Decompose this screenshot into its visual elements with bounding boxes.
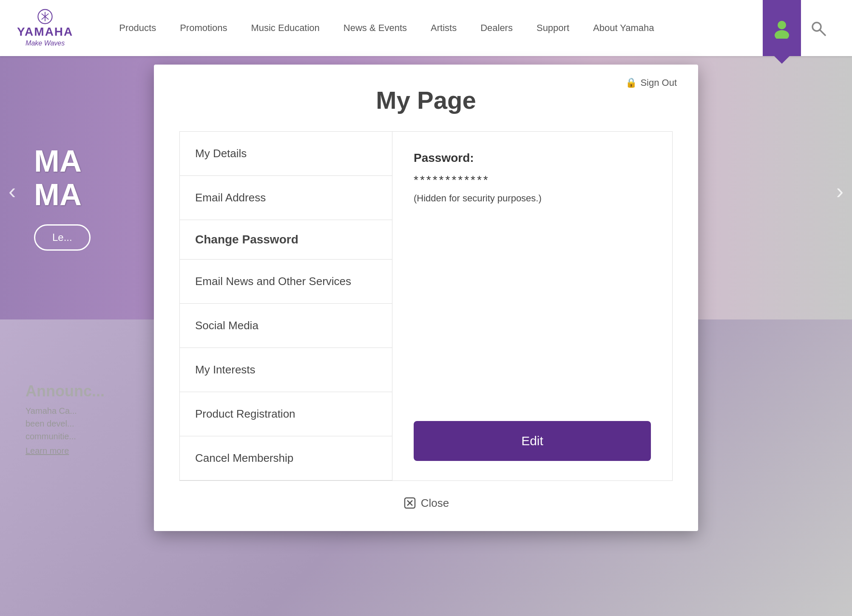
sidebar-item-change-password[interactable]: Change Password — [180, 220, 392, 260]
logo-brand-name: YAMAHA — [17, 25, 73, 39]
edit-button[interactable]: Edit — [414, 421, 651, 461]
site-header: YAMAHA Make Waves Products Promotions Mu… — [0, 0, 852, 56]
modal-title: My Page — [179, 86, 673, 114]
modal-backdrop: 🔒 Sign Out My Page My Details Email Addr… — [0, 56, 852, 616]
nav-item-promotions[interactable]: Promotions — [168, 0, 239, 56]
nav-item-news-events[interactable]: News & Events — [332, 0, 419, 56]
main-nav: Products Promotions Music Education News… — [107, 0, 763, 56]
password-hint: (Hidden for security purposes.) — [414, 193, 651, 204]
search-icon — [809, 20, 826, 37]
search-button[interactable] — [801, 0, 835, 56]
password-content-area: Password: ************ (Hidden for secur… — [392, 132, 672, 480]
sidebar-item-product-registration[interactable]: Product Registration — [180, 392, 392, 436]
close-label: Close — [421, 497, 449, 510]
nav-item-about[interactable]: About Yamaha — [581, 0, 666, 56]
logo-tagline: Make Waves — [26, 40, 65, 47]
nav-item-artists[interactable]: Artists — [419, 0, 469, 56]
close-button[interactable]: Close — [179, 496, 673, 510]
sidebar-item-email-news[interactable]: Email News and Other Services — [180, 260, 392, 304]
nav-item-dealers[interactable]: Dealers — [469, 0, 525, 56]
sidebar-nav: My Details Email Address Change Password… — [180, 132, 392, 480]
header-actions — [763, 0, 835, 56]
password-label: Password: — [414, 151, 651, 165]
sidebar-item-my-interests[interactable]: My Interests — [180, 348, 392, 392]
yamaha-logo-icon — [37, 9, 53, 24]
close-icon — [403, 496, 417, 510]
sidebar-item-email-address[interactable]: Email Address — [180, 176, 392, 220]
password-dots: ************ — [414, 173, 651, 187]
my-page-modal: 🔒 Sign Out My Page My Details Email Addr… — [154, 65, 698, 531]
svg-point-5 — [775, 30, 789, 39]
sign-out-button[interactable]: 🔒 Sign Out — [625, 77, 677, 88]
sidebar-item-social-media[interactable]: Social Media — [180, 304, 392, 348]
sidebar-item-my-details[interactable]: My Details — [180, 132, 392, 176]
nav-item-support[interactable]: Support — [525, 0, 581, 56]
nav-item-products[interactable]: Products — [107, 0, 168, 56]
lock-icon: 🔒 — [625, 77, 637, 88]
svg-line-7 — [820, 30, 825, 35]
svg-point-4 — [778, 21, 786, 29]
nav-item-music-education[interactable]: Music Education — [239, 0, 331, 56]
user-icon — [771, 17, 792, 39]
modal-body: My Details Email Address Change Password… — [179, 131, 673, 481]
logo[interactable]: YAMAHA Make Waves — [17, 9, 73, 47]
sidebar-item-cancel-membership[interactable]: Cancel Membership — [180, 436, 392, 480]
password-section: Password: ************ (Hidden for secur… — [414, 151, 651, 413]
user-account-button[interactable] — [763, 0, 801, 56]
